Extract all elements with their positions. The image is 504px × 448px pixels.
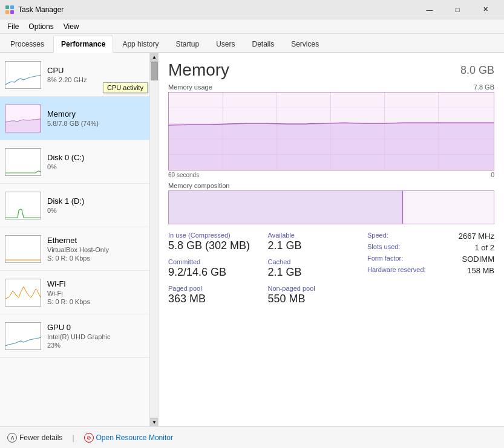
chart-time: 60 seconds 0 [168,172,494,178]
memory-name: Memory [47,109,153,118]
stat-cached: Cached 2.1 GB [268,258,362,279]
tab-users[interactable]: Users [208,36,243,52]
speed-value: 2667 MHz [459,232,494,241]
svg-rect-0 [5,5,9,9]
resource-item-disk0[interactable]: Disk 0 (C:) 0% [0,140,158,184]
speed-row: Speed: 2667 MHz [367,232,494,241]
memory-title: Memory [168,60,229,80]
cached-label: Cached [268,258,362,265]
tab-processes[interactable]: Processes [2,36,52,52]
in-use-label: In use (Compressed) [168,232,262,239]
stat-in-use: In use (Compressed) 5.8 GB (302 MB) [168,232,262,252]
committed-value: 9.2/14.6 GB [168,266,262,279]
in-use-value: 5.8 GB (302 MB) [168,239,262,252]
scroll-thumb[interactable] [151,62,158,80]
svg-rect-11 [5,323,41,350]
app-icon [5,5,15,15]
title-bar: Task Manager — □ ✕ [0,0,504,19]
close-button[interactable]: ✕ [471,0,499,19]
ethernet-detail1: VirtualBox Host-Only [47,246,153,253]
gpu0-name: GPU 0 [47,323,153,332]
menu-bar: File Options View [0,19,504,34]
resource-item-ethernet[interactable]: Ethernet VirtualBox Host-Only S: 0 R: 0 … [0,227,158,271]
composition-label: Memory composition [168,182,494,189]
gpu0-thumbnail [5,322,41,350]
wifi-name: Wi-Fi [47,279,153,288]
menu-options[interactable]: Options [24,21,58,32]
stats-left: In use (Compressed) 5.8 GB (302 MB) Avai… [168,232,361,305]
fewer-details-button[interactable]: ∧ Fewer details [7,433,62,443]
resource-item-disk1[interactable]: Disk 1 (D:) 0% [0,184,158,227]
stats-grid: In use (Compressed) 5.8 GB (302 MB) Avai… [168,232,361,305]
left-panel-scroll: CPU 8% 2.20 GHz CPU activity Memory [0,53,158,426]
memory-composition-chart [168,190,494,224]
disk1-detail: 0% [47,207,153,214]
time-start: 60 seconds [168,172,199,178]
resource-item-cpu[interactable]: CPU 8% 2.20 GHz CPU activity [0,53,158,97]
stat-available: Available 2.1 GB [268,232,362,252]
resource-item-memory[interactable]: Memory 5.8/7.8 GB (74%) [0,97,158,140]
tab-bar: Processes Performance App history Startu… [0,34,504,53]
committed-label: Committed [168,258,262,265]
stats-right: Speed: 2667 MHz Slots used: 1 of 2 Form … [367,232,494,305]
svg-rect-24 [403,191,494,224]
stat-paged: Paged pool 363 MB [168,285,262,305]
cpu-name: CPU [47,66,153,75]
resource-item-gpu0[interactable]: GPU 0 Intel(R) UHD Graphic 23% [0,314,158,358]
main-content: CPU 8% 2.20 GHz CPU activity Memory [0,53,504,426]
menu-view[interactable]: View [59,21,84,32]
right-panel: Memory 8.0 GB Memory usage 7.8 GB [159,53,504,426]
scroll-track [150,62,158,418]
svg-rect-22 [169,191,403,224]
svg-rect-10 [5,279,41,307]
disk1-info: Disk 1 (D:) 0% [47,196,153,214]
disk0-thumbnail [5,148,41,176]
minimize-button[interactable]: — [416,0,443,19]
tab-services[interactable]: Services [283,36,327,52]
tab-app-history[interactable]: App history [114,36,166,52]
stats-area: In use (Compressed) 5.8 GB (302 MB) Avai… [168,232,494,305]
stat-nonpaged: Non-paged pool 550 MB [268,285,362,305]
scroll-down-button[interactable]: ▼ [150,418,159,426]
memory-header: Memory 8.0 GB [168,60,494,80]
wifi-info: Wi-Fi Wi-Fi S: 0 R: 0 Kbps [47,279,153,305]
cpu-activity-tooltip: CPU activity [103,82,148,93]
svg-marker-21 [169,123,494,170]
wifi-detail1: Wi-Fi [47,290,153,297]
chevron-up-icon: ∧ [7,433,17,443]
maximize-button[interactable]: □ [443,0,471,19]
scroll-up-button[interactable]: ▲ [150,53,159,62]
form-factor-label: Form factor: [367,255,403,264]
disk1-name: Disk 1 (D:) [47,196,153,206]
slots-label: Slots used: [367,243,400,252]
tab-performance[interactable]: Performance [53,36,113,53]
cpu-thumbnail [5,61,41,89]
menu-file[interactable]: File [2,21,24,32]
gpu0-detail1: Intel(R) UHD Graphic [47,333,153,340]
svg-marker-6 [5,119,41,132]
form-factor-row: Form factor: SODIMM [367,255,494,264]
disk0-detail: 0% [47,163,153,170]
cached-value: 2.1 GB [268,266,362,279]
wifi-detail2: S: 0 R: 0 Kbps [47,298,153,305]
resource-item-wifi[interactable]: Wi-Fi Wi-Fi S: 0 R: 0 Kbps [0,271,158,314]
left-panel: CPU 8% 2.20 GHz CPU activity Memory [0,53,159,426]
nonpaged-label: Non-paged pool [268,285,362,292]
memory-usage-label: Memory usage [168,83,212,91]
resource-monitor-icon: ⊘ [84,433,94,443]
time-end: 0 [491,172,494,178]
svg-rect-2 [5,10,9,14]
nonpaged-value: 550 MB [268,293,362,305]
open-resource-monitor-link[interactable]: ⊘ Open Resource Monitor [84,433,173,443]
wifi-thumbnail [5,279,41,307]
tab-details[interactable]: Details [244,36,282,52]
left-scrollbar[interactable]: ▲ ▼ [149,53,158,426]
title-bar-controls: — □ ✕ [416,0,499,19]
ethernet-name: Ethernet [47,236,153,245]
tab-startup[interactable]: Startup [168,36,207,52]
svg-rect-3 [10,10,14,14]
gpu0-info: GPU 0 Intel(R) UHD Graphic 23% [47,323,153,349]
svg-rect-7 [5,149,41,176]
footer: ∧ Fewer details | ⊘ Open Resource Monito… [0,426,504,448]
memory-usage-chart [168,92,494,170]
